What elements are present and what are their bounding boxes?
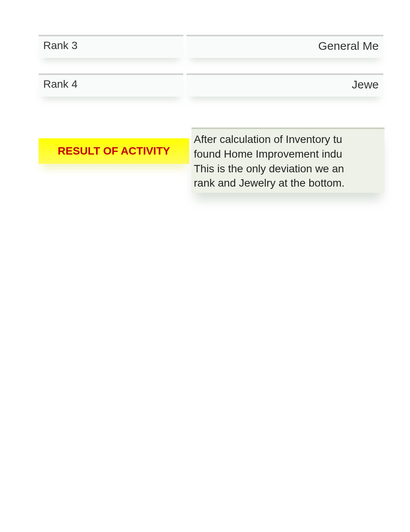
rank-label: Rank 3 <box>43 39 78 51</box>
result-line-1: After calculation of Inventory tu <box>194 132 385 147</box>
rank-value: General Me <box>318 39 379 52</box>
result-line-2: found Home Improvement indu <box>194 147 385 161</box>
result-line-4: rank and Jewelry at the bottom. <box>194 176 385 190</box>
rank-value-cell: General Me <box>186 35 383 58</box>
result-section: RESULT OF ACTIVITY After calculation of … <box>39 127 386 193</box>
result-text: After calculation of Inventory tu found … <box>191 127 385 193</box>
result-heading: RESULT OF ACTIVITY <box>39 138 189 164</box>
result-line-3: This is the only deviation we an <box>194 161 385 176</box>
rank-label-cell: Rank 4 <box>39 73 183 97</box>
rank-value-cell: Jewe <box>186 73 383 97</box>
rank-row-4: Rank 4 Jewe <box>39 73 386 97</box>
rank-value: Jewe <box>352 78 379 91</box>
rank-label-cell: Rank 3 <box>39 35 183 58</box>
document-content: Rank 3 General Me Rank 4 Jewe RESULT OF … <box>39 35 386 193</box>
rank-label: Rank 4 <box>43 78 78 90</box>
rank-row-3: Rank 3 General Me <box>39 35 386 58</box>
